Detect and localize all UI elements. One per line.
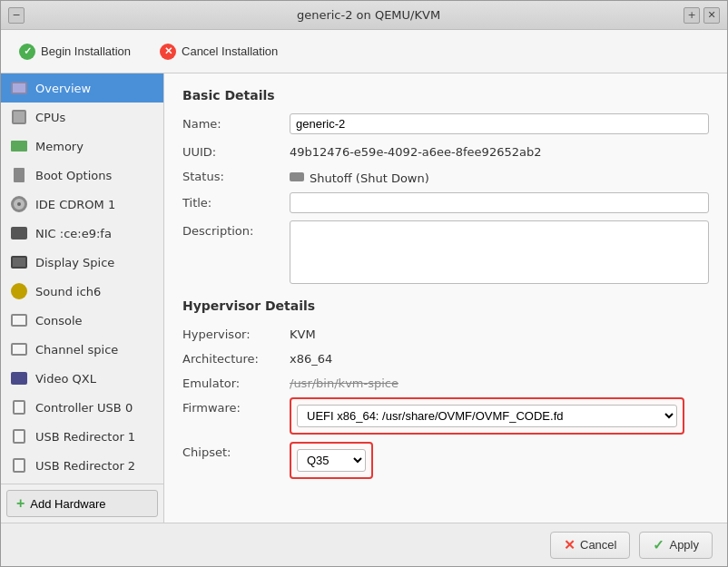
uuid-label: UUID:	[182, 142, 282, 159]
sidebar-item-console[interactable]: Console	[1, 306, 163, 335]
basic-details-title: Basic Details	[182, 88, 709, 103]
add-icon: +	[16, 495, 25, 512]
sidebar-item-sound-ich6[interactable]: Sound ich6	[1, 277, 163, 306]
boot-icon	[10, 166, 28, 184]
window-close-btn[interactable]: ✕	[703, 7, 720, 24]
nic-icon	[10, 224, 28, 242]
memory-icon	[10, 137, 28, 155]
title-input[interactable]	[290, 192, 709, 213]
status-row: Shutoff (Shut Down)	[290, 166, 709, 185]
sidebar-item-boot-options[interactable]: Boot Options	[1, 161, 163, 190]
sidebar-item-usb-redirector1[interactable]: USB Redirector 1	[1, 422, 163, 451]
bottom-bar: ✕ Cancel ✓ Apply	[1, 523, 727, 566]
name-input[interactable]	[290, 113, 709, 134]
cancel-icon: ✕	[160, 44, 176, 60]
sidebar-item-cpus[interactable]: CPUs	[1, 103, 163, 132]
sidebar-item-channel-spice[interactable]: Channel spice	[1, 335, 163, 364]
description-label: Description:	[182, 220, 282, 238]
sidebar-bottom: + Add Hardware	[1, 484, 163, 523]
description-input[interactable]	[290, 220, 709, 284]
sound-icon	[10, 282, 28, 300]
cancel-button[interactable]: ✕ Cancel	[550, 532, 630, 559]
name-label: Name:	[182, 113, 282, 131]
cancel-installation-button[interactable]: ✕ Cancel Installation	[152, 40, 285, 64]
main-window: − generic-2 on QEMU/KVM + ✕ ✓ Begin Inst…	[0, 0, 728, 567]
firmware-label: Firmware:	[182, 397, 282, 415]
arch-label: Architecture:	[182, 348, 282, 366]
status-value: Shutoff (Shut Down)	[310, 168, 429, 185]
sidebar-item-overview[interactable]: Overview	[1, 73, 163, 103]
status-label: Status:	[182, 166, 282, 183]
content-area: Basic Details Name: UUID: 49b12476-e59e-…	[164, 73, 727, 523]
window-controls: + ✕	[684, 7, 720, 24]
chipset-label: Chipset:	[182, 442, 282, 459]
emulator-value: /usr/bin/kvm-spice	[290, 373, 709, 390]
hypervisor-value: KVM	[290, 324, 709, 341]
window-minimize-btn[interactable]: −	[8, 7, 25, 24]
usb-icon	[10, 398, 28, 416]
toolbar: ✓ Begin Installation ✕ Cancel Installati…	[1, 30, 727, 73]
hypervisor-label: Hypervisor:	[182, 324, 282, 341]
console-icon	[10, 311, 28, 329]
display-icon	[10, 253, 28, 271]
hypervisor-title: Hypervisor Details	[182, 298, 709, 313]
sidebar-item-usb-redirector2[interactable]: USB Redirector 2	[1, 451, 163, 480]
sidebar-item-video-qxl[interactable]: Video QXL	[1, 364, 163, 393]
check-icon: ✓	[19, 44, 35, 60]
arch-value: x86_64	[290, 348, 709, 366]
cdrom-icon	[10, 195, 28, 213]
chipset-container: Q35 i440FX	[290, 442, 709, 479]
firmware-select[interactable]: UEFI x86_64: /usr/share/OVMF/OVMF_CODE.f…	[297, 405, 677, 427]
apply-btn-icon: ✓	[653, 537, 664, 553]
sidebar-item-memory[interactable]: Memory	[1, 132, 163, 161]
sidebar-item-display-spice[interactable]: Display Spice	[1, 248, 163, 277]
usb-redirector1-icon	[10, 427, 28, 445]
sidebar-item-controller-usb0[interactable]: Controller USB 0	[1, 393, 163, 422]
title-label: Title:	[182, 192, 282, 210]
status-icon	[290, 172, 304, 181]
begin-installation-button[interactable]: ✓ Begin Installation	[12, 40, 138, 64]
main-area: Overview CPUs Memory Boot Options	[1, 73, 727, 523]
channel-icon	[10, 340, 28, 358]
hypervisor-section: Hypervisor Details Hypervisor: KVM Archi…	[182, 298, 709, 479]
chipset-select[interactable]: Q35 i440FX	[297, 449, 366, 472]
chipset-highlight-box: Q35 i440FX	[290, 442, 373, 479]
hypervisor-form: Hypervisor: KVM Architecture: x86_64 Emu…	[182, 324, 709, 479]
basic-details-form: Name: UUID: 49b12476-e59e-4092-a6ee-8fee…	[182, 113, 709, 284]
window-title: generic-2 on QEMU/KVM	[54, 8, 684, 22]
emulator-label: Emulator:	[182, 373, 282, 390]
cpu-icon	[10, 108, 28, 126]
titlebar: − generic-2 on QEMU/KVM + ✕	[1, 1, 727, 30]
monitor-icon	[10, 79, 28, 97]
sidebar-item-nic[interactable]: NIC :ce:e9:fa	[1, 219, 163, 248]
apply-button[interactable]: ✓ Apply	[639, 532, 713, 559]
add-hardware-button[interactable]: + Add Hardware	[6, 490, 158, 517]
usb-redirector2-icon	[10, 456, 28, 474]
firmware-container: UEFI x86_64: /usr/share/OVMF/OVMF_CODE.f…	[290, 397, 709, 435]
sidebar: Overview CPUs Memory Boot Options	[1, 73, 164, 523]
cancel-btn-icon: ✕	[564, 537, 576, 553]
sidebar-item-ide-cdrom[interactable]: IDE CDROM 1	[1, 190, 163, 219]
uuid-value: 49b12476-e59e-4092-a6ee-8fee92652ab2	[290, 142, 709, 159]
firmware-highlight-box: UEFI x86_64: /usr/share/OVMF/OVMF_CODE.f…	[290, 397, 684, 435]
window-max-btn[interactable]: +	[684, 7, 700, 24]
video-icon	[10, 369, 28, 387]
